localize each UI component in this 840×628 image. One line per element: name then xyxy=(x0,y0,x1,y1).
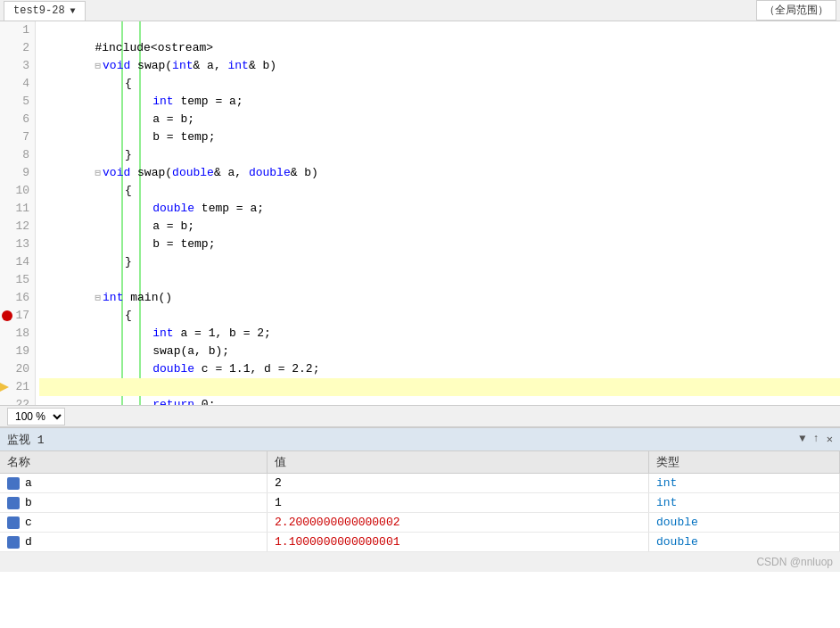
code-line-5: a = b; xyxy=(39,93,840,111)
table-row[interactable]: a2int xyxy=(0,474,840,493)
code-line-2: ⊟void swap(int& a, int& b) xyxy=(39,39,840,57)
ln-13: 13 xyxy=(0,236,35,253)
var-icon xyxy=(7,497,20,509)
watch-var-value: 2.2000000000000002 xyxy=(268,513,649,533)
code-line-21: return 0; 已用时间 <= 1ms xyxy=(39,378,840,396)
watch-var-type: int xyxy=(649,493,840,513)
ln-20: 20 xyxy=(0,360,35,378)
code-line-6: b = temp; xyxy=(39,111,840,128)
code-line-22: } xyxy=(39,396,840,405)
var-icon xyxy=(7,477,20,490)
watch-panel: 监视 1 ▼ ↑ ✕ 名称 值 类型 a2intb1intc2.20000000… xyxy=(0,426,840,572)
watch-var-value: 2 xyxy=(268,474,649,493)
watch-var-value: 1 xyxy=(268,493,649,513)
ln-18: 18 xyxy=(0,325,35,343)
code-line-18: swap(a, b); xyxy=(39,325,840,343)
code-line-14 xyxy=(39,253,840,271)
ln-4: 4 xyxy=(0,75,35,93)
watch-var-name: a xyxy=(0,474,268,493)
ln-6: 6 xyxy=(0,111,35,128)
ln-5: 5 xyxy=(0,93,35,111)
code-line-16: { xyxy=(39,289,840,307)
code-line-1: #include<ostream> xyxy=(39,21,840,39)
ln-16: 16 xyxy=(0,289,35,307)
var-icon xyxy=(7,536,20,549)
code-line-9: { xyxy=(39,164,840,182)
watermark: CSDN @nnluop xyxy=(0,552,840,572)
code-line-12: b = temp; xyxy=(39,218,840,236)
code-line-13: } xyxy=(39,236,840,253)
watch-var-type: double xyxy=(649,533,840,552)
code-line-7: } xyxy=(39,128,840,146)
watch-var-type: int xyxy=(649,474,840,493)
code-line-4: int temp = a; xyxy=(39,75,840,93)
watch-header: 监视 1 ▼ ↑ ✕ xyxy=(0,428,840,451)
ln-9: 9 xyxy=(0,164,35,182)
status-bar: 100 % 75 % 125 % 150 % xyxy=(0,405,840,426)
var-icon xyxy=(7,516,20,529)
table-row[interactable]: b1int xyxy=(0,493,840,513)
code-line-19: double c = 1.1, d = 2.2; xyxy=(39,343,840,360)
ln-3: 3 xyxy=(0,57,35,75)
ln-12: 12 xyxy=(0,218,35,236)
watch-var-name: c xyxy=(0,513,268,533)
zoom-select[interactable]: 100 % 75 % 125 % 150 % xyxy=(7,408,65,426)
watch-var-value: 1.1000000000000001 xyxy=(268,533,649,552)
ln-11: 11 xyxy=(0,200,35,218)
file-tab[interactable]: test9-28 ▼ xyxy=(4,1,86,21)
code-line-20: swap(c,d); xyxy=(39,360,840,378)
watch-dropdown-icon[interactable]: ▼ xyxy=(799,433,805,446)
code-line-8: ⊟void swap(double& a, double& b) xyxy=(39,146,840,164)
code-line-15: ⊟int main() xyxy=(39,271,840,289)
watch-close-icon[interactable]: ✕ xyxy=(827,433,833,446)
tab-dropdown-icon[interactable]: ▼ xyxy=(70,6,76,16)
ln-17: 17 xyxy=(0,307,35,325)
col-header-name: 名称 xyxy=(0,451,268,474)
code-line-17: int a = 1, b = 2; xyxy=(39,307,840,325)
watch-var-type: double xyxy=(649,513,840,533)
col-header-value: 值 xyxy=(268,451,649,474)
ln-1: 1 xyxy=(0,21,35,39)
watch-pin-icon[interactable]: ↑ xyxy=(813,433,819,446)
ln-14: 14 xyxy=(0,253,35,271)
ln-19: 19 xyxy=(0,343,35,360)
ln-7: 7 xyxy=(0,128,35,146)
editor-area: 1 2 3 4 5 6 7 8 9 10 11 12 13 14 15 16 1… xyxy=(0,21,840,405)
table-row[interactable]: d1.1000000000000001double xyxy=(0,533,840,552)
table-row[interactable]: c2.2000000000000002double xyxy=(0,513,840,533)
watch-table: 名称 值 类型 a2intb1intc2.2000000000000002dou… xyxy=(0,451,840,552)
line-numbers: 1 2 3 4 5 6 7 8 9 10 11 12 13 14 15 16 1… xyxy=(0,21,36,405)
code-lines[interactable]: #include<ostream> ⊟void swap(int& a, int… xyxy=(36,21,840,405)
tab-bar: test9-28 ▼ （全局范围） xyxy=(0,0,840,21)
code-line-3: { xyxy=(39,57,840,75)
watch-table-header: 名称 值 类型 xyxy=(0,451,840,474)
watch-var-name: d xyxy=(0,533,268,552)
ln-15: 15 xyxy=(0,271,35,289)
code-line-11: a = b; xyxy=(39,200,840,218)
watch-controls: ▼ ↑ ✕ xyxy=(799,433,833,446)
ln-10: 10 xyxy=(0,182,35,200)
code-container: 1 2 3 4 5 6 7 8 9 10 11 12 13 14 15 16 1… xyxy=(0,21,840,405)
ln-2: 2 xyxy=(0,39,35,57)
col-header-type: 类型 xyxy=(649,451,840,474)
code-line-10: double temp = a; xyxy=(39,182,840,200)
watch-title: 监视 1 xyxy=(7,432,799,448)
watch-var-name: b xyxy=(0,493,268,513)
tab-label: test9-28 xyxy=(13,4,65,17)
ln-22: 22 xyxy=(0,396,35,405)
scope-label: （全局范围） xyxy=(756,0,836,21)
ln-21: 21 xyxy=(0,378,35,396)
ln-8: 8 xyxy=(0,146,35,164)
